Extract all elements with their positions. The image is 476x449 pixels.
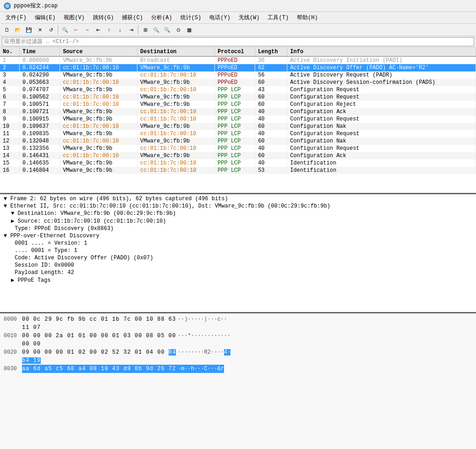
table-row[interactable]: 50.074707VMware_9c:fb:9bcc:01:1b:7c:00:1… [0, 86, 476, 93]
table-row[interactable]: 30.024290VMware_9c:fb:9bcc:01:1b:7c:00:1… [0, 71, 476, 79]
cell-proto: PPPoED [215, 56, 255, 64]
table-row[interactable]: 140.146431cc:01:1b:7c:00:10VMware_9c:fb:… [0, 152, 476, 159]
cell-info: Active Discovery Request (PADR) [287, 71, 476, 79]
table-row[interactable]: 100.109637cc:01:1b:7c:00:10VMware_9c:fb:… [0, 123, 476, 130]
cell-dst: VMware_9c:fb:9b [137, 79, 215, 86]
detail-line[interactable]: ▼ Destination: VMware_9c:fb:9b (00:0c:29… [0, 210, 476, 217]
autoscroll-button[interactable]: ⊞ [140, 25, 150, 35]
filter-input[interactable] [2, 37, 474, 46]
next-button[interactable]: ↓ [115, 25, 125, 35]
menu-analyze[interactable]: 分析(A) [148, 13, 176, 22]
cell-proto: PPP LCP [215, 145, 255, 152]
table-row[interactable]: 40.053663cc:01:1b:7c:00:10VMware_9c:fb:9… [0, 79, 476, 86]
zoom-reset-button[interactable]: ⊙ [173, 25, 183, 35]
hex-pane[interactable]: 000000 0c 29 9c fb 9b cc 01 1b 7c 00 10 … [0, 313, 476, 449]
detail-line[interactable]: ▼ Ethernet II, Src: cc:01:1b:7c:00:10 (c… [0, 203, 476, 210]
table-row[interactable]: 90.100915VMware_9c:fb:9bcc:01:1b:7c:00:1… [0, 115, 476, 123]
col-destination[interactable]: Destination [137, 48, 215, 56]
table-row[interactable]: 160.146804VMware_9c:fb:9bcc:01:1b:7c:00:… [0, 167, 476, 174]
hex-offset: 0010 [4, 332, 22, 348]
table-row[interactable]: 120.132048cc:01:1b:7c:00:10VMware_9c:fb:… [0, 137, 476, 145]
cell-time: 0.132356 [20, 145, 60, 152]
cell-info: Identification [287, 167, 476, 174]
back-button[interactable]: ← [71, 25, 81, 35]
cell-proto: PPPoED [215, 79, 255, 86]
cell-dst: VMware_9c:fb:9b [137, 137, 215, 145]
table-row[interactable]: 20.024244cc:01:1b:7c:00:10VMware_9c:fb:9… [0, 64, 476, 71]
cell-len: 60 [255, 79, 287, 86]
cell-info: Configuration Request [287, 93, 476, 101]
cell-dst: cc:01:1b:7c:00:10 [137, 115, 215, 123]
cell-len: 40 [255, 130, 287, 137]
cell-dst: cc:01:1b:7c:00:10 [137, 159, 215, 167]
save-button[interactable]: 💾 [24, 25, 34, 35]
hex-offset: 0000 [4, 315, 22, 332]
table-row[interactable]: 130.132356VMware_9c:fb:9bcc:01:1b:7c:00:… [0, 145, 476, 152]
table-row[interactable]: 110.109835VMware_9c:fb:9bcc:01:1b:7c:00:… [0, 130, 476, 137]
open-button[interactable]: 📂 [13, 25, 23, 35]
menu-wireless[interactable]: 无线(W) [235, 13, 263, 22]
cell-dst: cc:01:1b:7c:00:10 [137, 71, 215, 79]
cell-no: 4 [0, 79, 20, 86]
prev-button[interactable]: ↑ [104, 25, 114, 35]
hex-ascii: ········R2····4· [178, 348, 230, 365]
detail-line[interactable]: Code: Active Discovery Offer (PADO) (0x0… [0, 254, 476, 262]
cell-proto: PPP LCP [215, 167, 255, 174]
col-time[interactable]: Time [20, 48, 60, 56]
cell-no: 15 [0, 159, 20, 167]
table-row[interactable]: 70.100571cc:01:1b:7c:00:10VMware_9c:fb:9… [0, 101, 476, 108]
col-info[interactable]: Info [287, 48, 476, 56]
detail-line[interactable]: ▶ PPPoE Tags [0, 276, 476, 284]
col-length[interactable]: Length [255, 48, 287, 56]
col-protocol[interactable]: Protocol [215, 48, 255, 56]
resize-columns-button[interactable]: ▦ [184, 25, 194, 35]
table-row[interactable]: 60.100562cc:01:1b:7c:00:10VMware_9c:fb:9… [0, 93, 476, 101]
cell-proto: PPP LCP [215, 115, 255, 123]
detail-line[interactable]: Payload Length: 42 [0, 269, 476, 276]
col-no[interactable]: No. [0, 48, 20, 56]
close-button[interactable]: ✕ [35, 25, 45, 35]
menu-stats[interactable]: 统计(S) [177, 13, 205, 22]
detail-line[interactable]: Type: PPPoE Discovery (0x8863) [0, 225, 476, 232]
zoom-in-button[interactable]: 🔍 [151, 25, 161, 35]
menu-help[interactable]: 帮助(H) [293, 13, 322, 22]
col-source[interactable]: Source [60, 48, 137, 56]
reload-button[interactable]: ↺ [46, 25, 56, 35]
menu-file[interactable]: 文件(F) [2, 13, 30, 22]
cell-info: Active Discovery Initiation (PADI) [287, 56, 476, 64]
packet-list[interactable]: No. Time Source Destination Protocol Len… [0, 48, 476, 194]
new-capture-button[interactable]: 🗋 [2, 25, 12, 35]
menu-edit[interactable]: 编辑(E) [31, 13, 60, 22]
details-pane[interactable]: ▼ Frame 2: 62 bytes on wire (496 bits), … [0, 194, 476, 313]
cell-len: 40 [255, 159, 287, 167]
detail-line[interactable]: Session ID: 0x0000 [0, 262, 476, 269]
jump-last-button[interactable]: ⇥ [126, 25, 136, 35]
menu-phone[interactable]: 电话(Y) [206, 13, 234, 22]
cell-dst: VMware_9c:fb:9b [137, 93, 215, 101]
jump-first-button[interactable]: ⇤ [93, 25, 103, 35]
table-row[interactable]: 10.000000VMware_9c:fb:9bBroadcastPPPoED3… [0, 56, 476, 64]
cell-time: 0.053663 [20, 79, 60, 86]
table-row[interactable]: 150.146635VMware_9c:fb:9bcc:01:1b:7c:00:… [0, 159, 476, 167]
cell-src: cc:01:1b:7c:00:10 [60, 93, 137, 101]
menu-capture[interactable]: 捕获(C) [118, 13, 147, 22]
detail-line[interactable]: .... 0001 = Type: 1 [0, 247, 476, 254]
detail-line[interactable]: ▼ PPP-over-Ethernet Discovery [0, 232, 476, 240]
cell-proto: PPP LCP [215, 108, 255, 115]
cell-info: Configuration Request [287, 145, 476, 152]
detail-line[interactable]: ▶ Source: cc:01:1b:7c:00:10 (cc:01:1b:7c… [0, 217, 476, 225]
menu-jump[interactable]: 跳转(G) [89, 13, 118, 22]
cell-len: 40 [255, 108, 287, 115]
detail-line[interactable]: 0001 .... = Version: 1 [0, 240, 476, 247]
forward-button[interactable]: → [82, 25, 92, 35]
zoom-out-button[interactable]: 🔍 [162, 25, 172, 35]
detail-line[interactable]: ▼ Frame 2: 62 bytes on wire (496 bits), … [0, 195, 476, 203]
cell-dst: cc:01:1b:7c:00:10 [137, 108, 215, 115]
cell-dst: Broadcast [137, 56, 215, 64]
table-row[interactable]: 80.100721VMware_9c:fb:9bcc:01:1b:7c:00:1… [0, 108, 476, 115]
cell-time: 0.109637 [20, 123, 60, 130]
menu-tools[interactable]: 工具(T) [264, 13, 292, 22]
menu-view[interactable]: 视图(V) [60, 13, 88, 22]
find-button[interactable]: 🔍 [60, 25, 70, 35]
cell-src: VMware_9c:fb:9b [60, 130, 137, 137]
